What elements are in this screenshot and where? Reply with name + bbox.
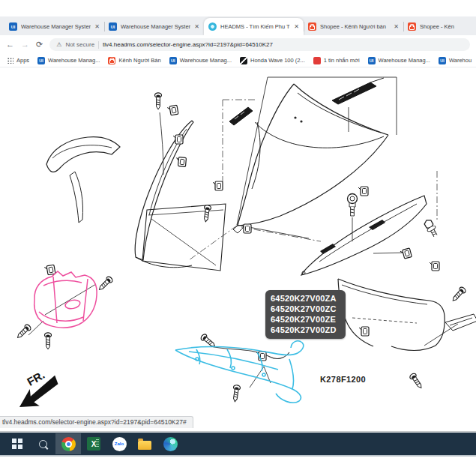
tab-close-icon[interactable]: ✕ — [194, 23, 199, 30]
front-cowl-part — [233, 84, 388, 233]
back-button[interactable]: ← — [6, 40, 14, 49]
highlighted-part-pink[interactable] — [34, 271, 97, 328]
tab-warehouse-manager-2[interactable]: UI Warehouse Manager System ✕ — [104, 18, 204, 35]
screws-group — [15, 93, 466, 403]
bookmark-shopee-seller[interactable]: Kênh Người Bán — [108, 57, 160, 64]
tab-title: Warehouse Manager System — [21, 23, 91, 30]
bookmark-label: Honda Wave 100 (2... — [250, 57, 305, 64]
bookmarks-bar: Apps UI Warehouse Manag... Kênh Người Bá… — [0, 54, 476, 67]
bookmark-label: Warehou — [449, 57, 472, 64]
taskbar-search-button[interactable] — [30, 433, 55, 454]
warehouse-ui-favicon: UI — [37, 57, 45, 64]
tab-close-icon[interactable]: ✕ — [294, 23, 299, 30]
shopee-favicon — [108, 57, 115, 64]
diagram-frame-lines — [189, 77, 437, 260]
warehouse-ui-favicon: UI — [169, 57, 177, 64]
warehouse-ui-favicon: UI — [439, 57, 446, 64]
clips-group — [44, 105, 439, 361]
tab-title: Shopee - Kênh Người bán — [320, 23, 390, 30]
address-bar[interactable]: ⚠ Not secure tlv4.headms.com/selector-en… — [49, 38, 470, 51]
browser-toolbar: ← → ⟳ ⚠ Not secure tlv4.headms.com/selec… — [0, 35, 476, 54]
honda-favicon — [240, 57, 247, 64]
page-content: FR. 64520K27V00ZA 64520K27V00ZC 64520K27… — [0, 67, 476, 431]
bookmark-label: Warehouse Manag... — [379, 57, 430, 64]
forward-button[interactable]: → — [21, 40, 29, 49]
edge-icon — [163, 437, 178, 451]
tab-shopee-2[interactable]: Shopee - Kên — [403, 18, 476, 35]
side-cowl-right-part — [301, 196, 427, 275]
warehouse-ui-favicon: UI — [368, 57, 376, 64]
windows-logo-icon — [12, 439, 22, 449]
bookmark-warehouse-3[interactable]: UI Warehouse Manag... — [368, 57, 430, 64]
part-number: 64520K27V00ZA — [271, 293, 346, 304]
taskbar-chrome-button[interactable] — [55, 433, 81, 454]
search-icon — [39, 440, 47, 448]
taskbar-edge-button[interactable] — [157, 433, 183, 454]
excel-icon: X — [87, 437, 100, 451]
bookmark-warehouse-1[interactable]: UI Warehouse Manag... — [37, 57, 100, 64]
front-direction-arrow: FR. — [8, 364, 64, 415]
tab-headms-active[interactable]: HEADMS - Tìm Kiếm Phụ Tùn ✕ — [204, 18, 304, 35]
tab-title: Warehouse Manager System — [121, 23, 190, 30]
zalo-message-favicon — [313, 57, 321, 64]
bookmark-warehouse-4[interactable]: UI Warehou — [439, 57, 472, 64]
lower-cowl-right-part — [338, 279, 476, 351]
reload-button[interactable]: ⟳ — [36, 40, 43, 49]
status-bar-url: tlv4.headms.com/selector-engine.aspx?id=… — [0, 416, 193, 428]
tab-warehouse-manager-1[interactable]: UI Warehouse Manager System ✕ — [4, 18, 104, 35]
tab-strip: UI Warehouse Manager System ✕ UI Warehou… — [0, 16, 476, 35]
windows-taskbar: X Zalo — [0, 433, 476, 457]
part-number: 64520K27V00ZE — [271, 314, 346, 325]
part-numbers-tooltip: 64520K27V00ZA 64520K27V00ZC 64520K27V00Z… — [265, 290, 346, 339]
start-button[interactable] — [4, 433, 30, 454]
bookmark-label: 1 tin nhắn mới — [324, 57, 360, 64]
not-secure-label: Not secure — [65, 41, 94, 48]
not-secure-warning-icon: ⚠ — [56, 41, 61, 48]
shopee-favicon — [308, 22, 316, 31]
bookmark-label: Warehouse Manag... — [180, 57, 232, 64]
tab-shopee-1[interactable]: Shopee - Kênh Người bán ✕ — [304, 18, 403, 35]
warehouse-ui-favicon: UI — [9, 22, 17, 31]
diagram-code-label: K278F1200 — [320, 375, 366, 384]
warehouse-ui-favicon: UI — [109, 22, 117, 31]
tab-close-icon[interactable]: ✕ — [94, 23, 100, 30]
apps-label: Apps — [16, 57, 29, 64]
browser-window-bottom-edge — [0, 431, 476, 432]
apps-grid-icon — [7, 57, 13, 64]
taskbar-file-explorer-button[interactable] — [132, 433, 157, 454]
highlighted-part-cyan[interactable] — [175, 341, 304, 403]
chrome-icon — [61, 437, 76, 451]
tab-title: HEADMS - Tìm Kiếm Phụ Tùn — [220, 23, 290, 30]
headms-favicon — [208, 22, 217, 31]
bookmark-label: Kênh Người Bán — [118, 57, 160, 64]
zalo-icon: Zalo — [112, 437, 127, 451]
part-number: 64520K27V00ZC — [271, 304, 346, 314]
part-number: 64520K27V00ZD — [271, 325, 346, 335]
leader-lines — [28, 107, 458, 388]
shopee-favicon — [408, 22, 416, 31]
apps-button[interactable]: Apps — [7, 57, 29, 64]
taskbar-zalo-button[interactable]: Zalo — [106, 433, 132, 454]
omnibox-divider — [98, 41, 99, 49]
url-text: tlv4.headms.com/selector-engine.aspx?id=… — [103, 41, 273, 48]
file-explorer-icon — [138, 441, 151, 450]
tab-title: Shopee - Kên — [420, 23, 476, 30]
screen: UI Warehouse Manager System ✕ UI Warehou… — [0, 0, 476, 476]
tab-close-icon[interactable]: ✕ — [394, 23, 399, 30]
parts-diagram-svg: FR. — [0, 67, 476, 431]
bookmark-new-message[interactable]: 1 tin nhắn mới — [313, 57, 360, 64]
windshield-part — [46, 137, 120, 223]
bookmark-honda-wave[interactable]: Honda Wave 100 (2... — [240, 57, 305, 64]
taskbar-excel-button[interactable]: X — [81, 433, 106, 454]
bookmark-warehouse-2[interactable]: UI Warehouse Manag... — [169, 57, 232, 64]
bookmark-label: Warehouse Manag... — [48, 57, 100, 64]
